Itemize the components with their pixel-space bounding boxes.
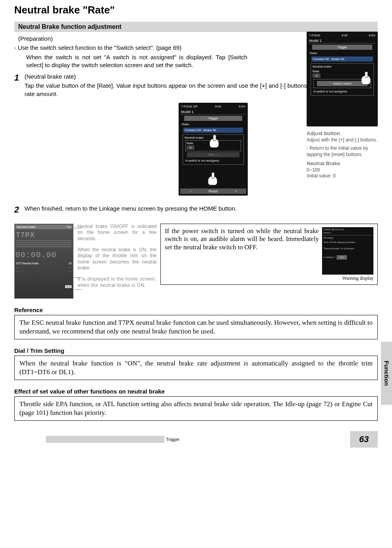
model-label: Model 1	[323, 231, 372, 235]
warning-line1: Turn off the mixing switches	[323, 241, 372, 244]
ratio-value: Forward 50 : Brake 50	[311, 56, 373, 62]
trigger-tab: Trigger	[184, 116, 242, 121]
home-nb-state: On	[67, 225, 71, 229]
reset-note: - Return to the initial value by tapping…	[307, 145, 378, 158]
dial-box: When the neutral brake function is "ON",…	[14, 356, 378, 380]
neutral-brake-label: Neutral brake	[313, 65, 372, 68]
step-number-1: 1	[14, 73, 24, 83]
ok-button[interactable]: OK	[337, 255, 347, 260]
note-2: When the neutral brake is ON, the displa…	[77, 247, 156, 271]
side-tab-function: Function	[381, 342, 392, 405]
screenshot-warning: T-FHSS SR 9:42 6.6V Model 1 Warning : Tu…	[322, 227, 373, 275]
home-timer: 00:00.00	[15, 249, 73, 261]
adjust-note-block: Adjust button Adjust with the [+] and [-…	[307, 130, 378, 182]
footer-band	[46, 436, 164, 443]
reference-heading: Reference	[14, 307, 378, 313]
screenshot-rate-adjust: T-FHSS SR 9:42 6.6V Model 1 Trigger Rati…	[179, 103, 248, 196]
adjust-button-heading: Adjust button	[307, 130, 340, 136]
model-label: Model 1	[309, 39, 375, 43]
step-number-2: 2	[14, 205, 24, 215]
page-footer: Trigger 63	[14, 431, 378, 448]
nb-badge: N.B	[65, 285, 72, 288]
not-assigned-text: A switch is not assigned.	[185, 158, 242, 163]
tap-hand-icon	[208, 176, 217, 185]
switch-select-button[interactable]: Switch select	[317, 81, 368, 86]
intro-paragraph: When the switch is not set "A switch is …	[14, 53, 247, 69]
neutral-brake-heading: Neutral Brake	[307, 160, 340, 166]
status-time: 9:42	[335, 228, 339, 231]
warning-text: If the power switch is turned on while t…	[165, 227, 319, 252]
warning-box: If the power switch is turned on while t…	[160, 224, 378, 285]
switch-select-button[interactable]: Swit…t	[187, 152, 239, 157]
effect-heading: Effect of set value of other functions o…	[14, 388, 378, 395]
note-3: It is displayed in the home screen, when…	[77, 276, 156, 288]
plus-button[interactable]: +	[235, 189, 237, 193]
status-battery: 6.6V	[239, 105, 245, 108]
side-tab-label: Function	[383, 361, 390, 386]
step2-body: When finished, return to the Linkage men…	[24, 205, 378, 213]
status-protocol: T-FHSS SR	[181, 105, 198, 108]
status-protocol: T-FHSS SR	[323, 228, 334, 231]
annotation-notes: Neutral brake ON/OFF is indicated on the…	[77, 224, 156, 299]
tap-hand-icon	[361, 75, 371, 85]
note-1: Neutral brake ON/OFF is indicated on the…	[77, 224, 156, 242]
not-assigned-text: A switch is not assigned.	[313, 89, 372, 94]
rate-label: Rate	[313, 70, 372, 73]
home-dt-label: DT2 Neutral brake	[16, 262, 39, 265]
trigger-tab: Trigger	[312, 45, 372, 50]
footer-trigger-label: Trigger	[166, 437, 179, 442]
tap-hand-icon	[209, 138, 219, 148]
reference-box: The ESC neutral brake function and T7PX …	[14, 315, 378, 339]
dial-heading: Dial / Trim Setting	[14, 347, 378, 354]
section-bar: Neutral Brake function adjustment	[14, 22, 378, 32]
ratio-label: Ratio	[308, 51, 376, 56]
continue-label: Continue ?	[323, 256, 335, 259]
reset-button[interactable]: Reset	[209, 189, 218, 193]
rate-value-button[interactable]: 0	[187, 145, 194, 150]
screenshot-switch-select: T-FHSS 9:42 6.6V Model 1 Trigger Ratio F…	[307, 32, 378, 126]
home-dt-value: 10	[68, 262, 72, 265]
status-battery: 6.6V	[369, 34, 375, 37]
home-brand: T7PX	[15, 232, 73, 239]
adjust-button-text: Adjust with the [+] and [-] buttons.	[307, 137, 377, 143]
warning-label: Warning :	[323, 236, 372, 240]
status-protocol: T-FHSS	[309, 34, 320, 37]
warning-caption: Warning display	[322, 275, 373, 281]
screenshot-home: Neutral brake On T7PX 00:00.00 DT2 Neutr…	[14, 224, 74, 299]
ratio-value: Forward 50 : Brake 50	[183, 128, 243, 133]
status-battery: 6.6V	[340, 228, 345, 231]
home-nb-label: Neutral brake	[17, 225, 36, 229]
status-time: 9:42	[215, 105, 221, 108]
rate-value: 0	[313, 73, 320, 78]
status-time: 9:42	[341, 34, 348, 37]
page-number: 63	[350, 431, 378, 448]
range-text: 0~100	[307, 167, 320, 173]
minus-button[interactable]: −	[189, 189, 191, 193]
effect-box: Throttle side EPA function, or ATL funct…	[14, 396, 378, 421]
initial-value-text: Initial value: 0	[307, 173, 335, 179]
page-title: Neutral brake "Rate"	[14, 4, 378, 16]
warning-line2: "Neutral brake" is activated.	[323, 247, 372, 250]
ratio-label: Ratio	[180, 122, 246, 127]
model-label: Model 1	[181, 110, 245, 115]
